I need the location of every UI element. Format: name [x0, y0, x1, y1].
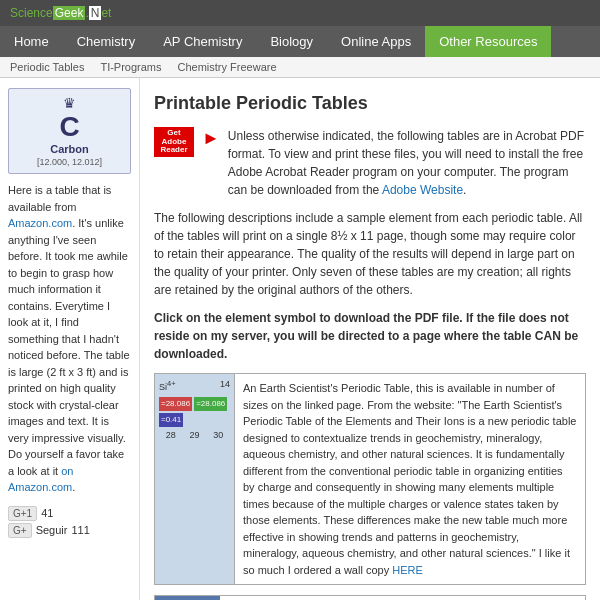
- nav-online-apps[interactable]: Online Apps: [327, 26, 425, 57]
- gplus-count-2: 111: [71, 524, 89, 536]
- si-num-28: 28: [166, 429, 176, 443]
- si-num-30: 30: [213, 429, 223, 443]
- si-sup: 4+: [167, 379, 176, 388]
- adobe-logo: Get AdobeReader: [154, 127, 194, 157]
- earth-scientist-desc: An Earth Scientist's Periodic Table, thi…: [235, 374, 585, 584]
- cobalt-tile[interactable]: 27 Co Cobalt 58.9320: [155, 596, 220, 600]
- si-val2: =28.086: [194, 397, 227, 411]
- element-numbers: [12.000, 12.012]: [15, 157, 124, 167]
- adobe-logo-text: Get AdobeReader: [154, 129, 194, 155]
- click-instruction: Click on the element symbol to download …: [154, 309, 586, 363]
- here-link[interactable]: HERE: [392, 564, 423, 576]
- breadcrumb: Periodic Tables TI-Programs Chemistry Fr…: [0, 57, 600, 78]
- si-tile-bottom: 28 29 30: [159, 429, 230, 443]
- adobe-section: Get AdobeReader ► Unless otherwise indic…: [154, 127, 586, 199]
- sidebar: ♛ C Carbon [12.000, 12.012] Here is a ta…: [0, 78, 140, 600]
- adobe-website-link[interactable]: Adobe Website: [382, 183, 463, 197]
- gplus-button[interactable]: G+1: [8, 506, 37, 521]
- nav-chemistry[interactable]: Chemistry: [63, 26, 150, 57]
- gplus-row-1: G+1 41: [8, 506, 131, 521]
- cobalt-block: 27 Co Cobalt 58.9320 This table was sent…: [154, 595, 586, 600]
- amazon-link[interactable]: Amazon.com: [8, 217, 72, 229]
- si-val3: =0.41: [159, 413, 183, 427]
- main-nav: Home Chemistry AP Chemistry Biology Onli…: [0, 26, 600, 57]
- nav-home[interactable]: Home: [0, 26, 63, 57]
- sidebar-description: Here is a table that is available from A…: [8, 182, 131, 496]
- main-layout: ♛ C Carbon [12.000, 12.012] Here is a ta…: [0, 78, 600, 600]
- si-tile-top: Si4+ 14: [159, 378, 230, 395]
- si-num-29: 29: [189, 429, 199, 443]
- seguir-label: Seguir: [36, 524, 68, 536]
- adobe-description: Unless otherwise indicated, the followin…: [228, 127, 586, 199]
- nav-biology[interactable]: Biology: [256, 26, 327, 57]
- gplus-section: G+1 41 G+ Seguir 111: [8, 506, 131, 538]
- amazon-link-2[interactable]: on Amazon.com: [8, 465, 73, 494]
- earth-scientist-block: Si4+ 14 =28.086 =28.086 =0.41 28 29 30 A…: [154, 373, 586, 585]
- logo-science: Science: [10, 6, 53, 20]
- main-content: Printable Periodic Tables Get AdobeReade…: [140, 78, 600, 600]
- element-card: ♛ C Carbon [12.000, 12.012]: [8, 88, 131, 174]
- element-name: Carbon: [15, 143, 124, 155]
- page-title: Printable Periodic Tables: [154, 90, 586, 117]
- gplus-count-1: 41: [41, 507, 53, 519]
- breadcrumb-chemistry-freeware[interactable]: Chemistry Freeware: [178, 61, 277, 73]
- si-element-tile[interactable]: Si4+ 14 =28.086 =28.086 =0.41 28 29 30: [155, 374, 235, 584]
- nav-other-resources[interactable]: Other Resources: [425, 26, 551, 57]
- si-mini-grid: =28.086 =28.086 =0.41: [159, 397, 230, 427]
- gplus-row-2: G+ Seguir 111: [8, 523, 131, 538]
- si-val1: =28.086: [159, 397, 192, 411]
- si-charge: Si4+: [159, 378, 176, 395]
- site-header: ScienceGeek.Net: [0, 0, 600, 26]
- logo-net-box: N: [89, 6, 102, 20]
- breadcrumb-ti-programs[interactable]: TI-Programs: [100, 61, 161, 73]
- element-symbol: C: [15, 111, 124, 143]
- element-crown: ♛: [15, 95, 124, 111]
- si-atomic-num: 14: [220, 378, 230, 395]
- nav-ap-chemistry[interactable]: AP Chemistry: [149, 26, 256, 57]
- seguir-button[interactable]: G+: [8, 523, 32, 538]
- breadcrumb-periodic-tables[interactable]: Periodic Tables: [10, 61, 84, 73]
- logo-geek: Geek: [53, 6, 86, 20]
- description-paragraph: The following descriptions include a sam…: [154, 209, 586, 299]
- logo-net: et: [101, 6, 111, 20]
- cobalt-desc: This table was sent to me by a gentleman…: [220, 596, 585, 600]
- adobe-arrow-icon: ►: [202, 125, 220, 152]
- site-logo[interactable]: ScienceGeek.Net: [10, 6, 111, 20]
